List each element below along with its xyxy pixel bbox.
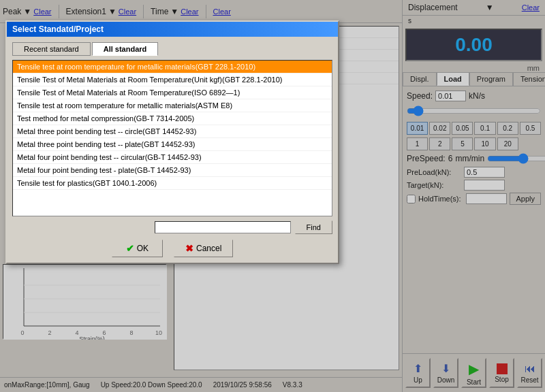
list-item-0[interactable]: Tensile test at room temperature for met… [13,61,332,74]
find-button[interactable]: Find [295,220,332,234]
search-row: Find [12,220,332,234]
list-item-7[interactable]: Metal four point bending test -- circula… [13,151,332,164]
list-item-1[interactable]: Tensile Test of Metal Materials at Room … [13,74,332,86]
cancel-button[interactable]: ✖ Cancel [174,240,233,257]
standard-list[interactable]: Tensile test at room temperature for met… [12,60,332,216]
ok-label: OK [137,244,149,253]
list-item-3[interactable]: Tensile test at room temperature for met… [13,99,332,112]
ok-button[interactable]: ✔ OK [112,240,163,257]
tab-recent-standard[interactable]: Recent standard [12,42,91,56]
dialog-body: Recent standard All standard Tensile tes… [7,37,338,263]
list-item-4[interactable]: Test method for metal compression(GB-T 7… [13,112,332,125]
cancel-label: Cancel [196,244,221,253]
list-item-9[interactable]: Tensile test for plastics(GBT 1040.1-200… [13,177,332,190]
dialog-titlebar: Select Standatd/Project [7,22,338,37]
select-standard-dialog: Select Standatd/Project Recent standard … [5,20,339,264]
ok-check-icon: ✔ [126,243,134,254]
dialog-overlay: Select Standatd/Project Recent standard … [0,0,545,392]
dialog-title: Select Standatd/Project [12,24,104,34]
list-item-6[interactable]: Metal three point bending test -- plate(… [13,138,332,151]
list-item-2[interactable]: Tensile Test of Metal Materials at Room … [13,86,332,99]
list-item-8[interactable]: Metal four point bending test - plate(GB… [13,164,332,177]
tab-all-standard[interactable]: All standard [92,42,159,56]
cancel-x-icon: ✖ [185,243,193,254]
list-item-5[interactable]: Metal three point bending test -- circle… [13,125,332,138]
dialog-tabs: Recent standard All standard [12,42,332,56]
search-input[interactable] [155,221,291,233]
dialog-buttons: ✔ OK ✖ Cancel [12,240,332,257]
